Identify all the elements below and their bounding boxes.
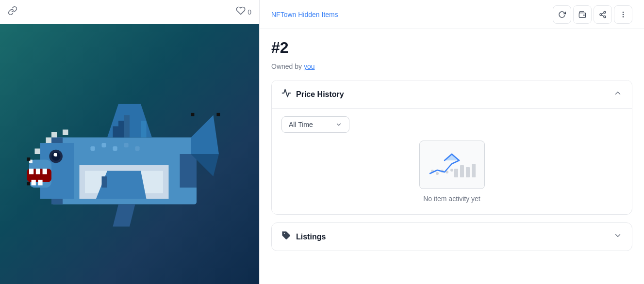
header-actions: [553, 5, 632, 24]
svg-rect-37: [135, 146, 140, 151]
svg-point-52: [623, 16, 623, 17]
svg-rect-39: [27, 158, 30, 161]
svg-rect-22: [32, 180, 36, 186]
more-icon: [619, 11, 627, 18]
svg-rect-60: [466, 167, 470, 177]
svg-point-57: [450, 169, 453, 172]
svg-point-51: [623, 14, 623, 15]
svg-marker-62: [445, 154, 459, 160]
listings-label: Listings: [296, 233, 326, 241]
svg-line-48: [602, 15, 604, 16]
svg-rect-21: [43, 169, 47, 174]
svg-marker-38: [113, 205, 135, 227]
svg-rect-28: [46, 138, 52, 143]
svg-rect-29: [51, 132, 57, 138]
svg-rect-20: [36, 169, 40, 174]
dropdown-chevron-icon: [335, 121, 342, 128]
heart-icon[interactable]: [236, 6, 246, 18]
svg-rect-40: [27, 182, 30, 186]
listings-header[interactable]: Listings: [272, 223, 632, 251]
svg-point-50: [623, 12, 623, 12]
wallet-button[interactable]: [573, 5, 592, 24]
svg-point-54: [436, 172, 439, 175]
share-icon: [599, 11, 607, 18]
left-panel: 0: [0, 0, 260, 284]
refresh-icon: [558, 11, 566, 18]
svg-rect-61: [472, 164, 476, 177]
svg-rect-58: [454, 169, 458, 177]
svg-rect-30: [63, 129, 68, 135]
owned-by-text: Owned by you: [271, 63, 632, 70]
svg-rect-42: [216, 113, 220, 116]
tag-icon: [281, 231, 291, 243]
svg-rect-41: [191, 113, 195, 116]
price-history-collapse-icon: [613, 89, 622, 100]
like-count: 0: [248, 8, 251, 16]
share-button[interactable]: [594, 5, 612, 24]
svg-rect-33: [91, 146, 95, 151]
right-content: #2 Owned by you Price History: [260, 29, 644, 284]
svg-rect-23: [38, 180, 42, 186]
price-history-header[interactable]: Price History: [272, 80, 632, 108]
chart-area: No item activity yet: [281, 141, 622, 203]
left-top-bar: 0: [0, 0, 259, 24]
chart-icon: [281, 88, 291, 100]
no-activity-label: No item activity yet: [423, 195, 480, 203]
svg-rect-6: [113, 126, 119, 138]
svg-rect-7: [118, 121, 124, 138]
svg-rect-35: [113, 146, 117, 151]
svg-rect-13: [102, 176, 108, 188]
svg-marker-14: [191, 115, 219, 155]
time-filter-value: All Time: [289, 121, 313, 128]
svg-rect-11: [141, 121, 147, 138]
right-panel: NFTown Hidden Items: [260, 0, 644, 284]
svg-rect-10: [135, 115, 141, 138]
price-history-label: Price History: [296, 90, 344, 99]
price-history-title-area: Price History: [281, 88, 344, 100]
price-history-section: Price History All Time: [271, 80, 632, 215]
nft-title: #2: [271, 39, 632, 57]
svg-rect-8: [124, 115, 130, 138]
svg-line-49: [602, 13, 604, 14]
collection-name-link[interactable]: NFTown Hidden Items: [271, 11, 338, 18]
price-history-body: All Time: [272, 108, 632, 214]
listings-title-area: Listings: [281, 231, 326, 243]
link-icon[interactable]: [8, 6, 17, 18]
svg-rect-19: [29, 169, 33, 174]
more-options-button[interactable]: [614, 5, 632, 24]
svg-rect-59: [460, 165, 464, 177]
svg-point-44: [584, 15, 584, 15]
wallet-icon: [578, 11, 586, 18]
nft-image: [0, 24, 259, 284]
time-filter-dropdown[interactable]: All Time: [281, 116, 349, 133]
owned-by-label: Owned by: [271, 63, 302, 70]
svg-rect-36: [124, 143, 129, 147]
refresh-button[interactable]: [553, 5, 571, 24]
svg-rect-9: [130, 110, 135, 138]
svg-rect-34: [102, 143, 106, 147]
listings-section: Listings: [271, 222, 632, 251]
listings-expand-icon: [613, 231, 622, 242]
svg-rect-2: [180, 154, 197, 188]
shark-artwork: [18, 43, 241, 266]
svg-rect-31: [35, 149, 41, 155]
placeholder-chart-svg: [425, 147, 479, 183]
like-area: 0: [236, 6, 251, 18]
right-header: NFTown Hidden Items: [260, 0, 644, 29]
svg-rect-27: [55, 154, 57, 157]
chart-placeholder: [419, 141, 485, 189]
owner-link[interactable]: you: [304, 63, 315, 70]
